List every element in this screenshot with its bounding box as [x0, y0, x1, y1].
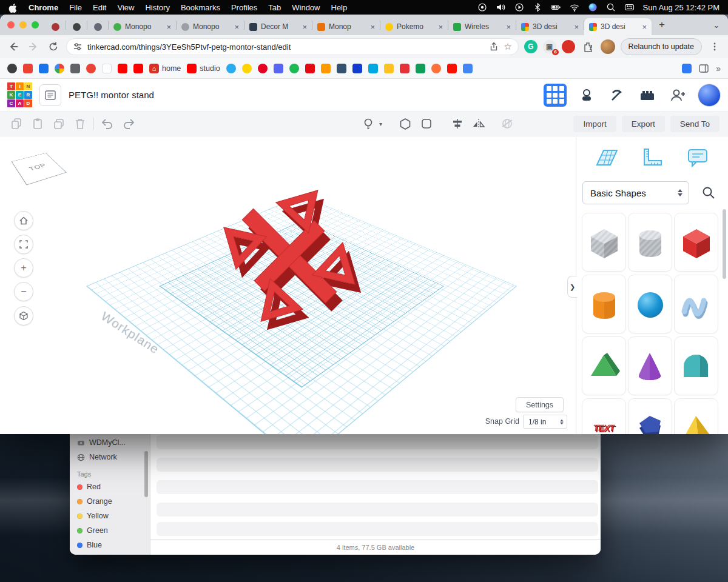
tab-search-menu-button[interactable]: ⌄	[710, 18, 723, 32]
prime-icon[interactable]	[368, 64, 378, 73]
tab-decor[interactable]: Decor M ×	[244, 18, 312, 35]
panel-scrollbar[interactable]	[723, 209, 726, 279]
shape-box-icon[interactable]	[674, 213, 718, 272]
finder-list-row[interactable]	[157, 458, 598, 472]
design-title[interactable]: PETG!! montor stand	[69, 90, 154, 100]
ebay-icon[interactable]	[400, 64, 410, 73]
close-tab-icon[interactable]: ×	[370, 22, 375, 32]
finder-sidebar-scrollbar[interactable]	[144, 451, 148, 497]
tab-pokemon[interactable]: Pokemo ×	[380, 18, 448, 35]
finder-tag-orange[interactable]: Orange	[70, 494, 150, 509]
lego-brick-icon[interactable]	[637, 85, 658, 105]
tab-monopoly-1[interactable]: Monopo ×	[109, 18, 176, 35]
send-to-button[interactable]: Send To	[670, 116, 720, 132]
home-view-button[interactable]	[14, 211, 33, 230]
perspective-toggle-button[interactable]	[14, 306, 33, 326]
walmart-icon[interactable]	[384, 64, 394, 73]
finder-list-row[interactable]	[157, 435, 598, 449]
amazon-icon[interactable]	[321, 64, 331, 73]
volume-icon[interactable]	[496, 2, 506, 12]
menu-help[interactable]: Help	[331, 3, 348, 12]
3d-editor-mode-button[interactable]	[544, 84, 567, 107]
close-tab-icon[interactable]: ×	[506, 22, 511, 32]
view-cube[interactable]: TOP	[12, 153, 67, 185]
pinned-tab-1[interactable]	[45, 18, 66, 35]
panel-collapse-chevron-icon[interactable]: ❯	[567, 276, 577, 298]
tinkercad-avatar[interactable]	[698, 84, 721, 107]
play-circle-icon[interactable]	[514, 2, 524, 12]
browser-profile-avatar[interactable]	[601, 39, 615, 54]
tab-monopoly-2[interactable]: Monopo ×	[177, 18, 244, 35]
menu-bar-clock[interactable]: Sun Aug 25 12:42 PM	[643, 3, 720, 12]
show-hide-bulb-icon[interactable]	[360, 116, 376, 132]
tab-3d-design-1[interactable]: 3D desi ×	[516, 18, 584, 35]
shape-scribble-icon[interactable]	[674, 275, 718, 333]
group-icon[interactable]	[397, 116, 413, 132]
shape-round-roof-icon[interactable]	[674, 336, 718, 395]
shape-pyramid-icon[interactable]	[674, 398, 718, 434]
search-icon[interactable]	[606, 2, 616, 12]
design-properties-button[interactable]	[39, 84, 61, 106]
disney-icon[interactable]	[352, 64, 362, 73]
add-collaborator-icon[interactable]	[667, 85, 688, 105]
menu-window[interactable]: Window	[292, 3, 320, 12]
gmail-icon[interactable]	[23, 64, 33, 73]
shape-sphere-icon[interactable]	[628, 275, 672, 333]
tab-monopoly-3[interactable]: Monop ×	[312, 18, 380, 35]
workplane-tool-icon[interactable]	[590, 141, 624, 174]
tab-3d-design-active[interactable]: 3D desi ×	[584, 18, 652, 35]
shape-hole-cylinder-icon[interactable]	[628, 213, 672, 272]
firefox-icon[interactable]	[431, 64, 441, 73]
photos-icon[interactable]	[55, 64, 64, 73]
finder-list-row[interactable]	[157, 503, 598, 517]
side-panel-icon[interactable]	[699, 64, 709, 73]
telegram-icon[interactable]	[226, 64, 236, 73]
redo-icon[interactable]	[121, 116, 136, 132]
sheets-icon[interactable]	[416, 64, 425, 73]
settings-button[interactable]: Settings	[516, 397, 564, 412]
shape-cylinder-icon[interactable]	[582, 275, 626, 333]
menu-edit[interactable]: Edit	[93, 3, 106, 12]
ungroup-icon[interactable]	[419, 116, 434, 132]
apple-menu-icon[interactable]	[8, 2, 18, 13]
minimize-window-button[interactable]	[19, 21, 27, 28]
youtube-icon[interactable]	[133, 64, 143, 73]
extensions-puzzle-icon[interactable]	[581, 39, 595, 54]
bookmark-home[interactable]: ⌂ home	[149, 64, 181, 73]
calendar-icon[interactable]	[102, 64, 112, 73]
zoom-out-button[interactable]: −	[14, 282, 33, 301]
duplicate-icon[interactable]	[51, 116, 67, 132]
finder-tag-green[interactable]: Green	[70, 523, 150, 538]
bookmark-favicon[interactable]	[7, 64, 17, 73]
menu-view[interactable]: View	[117, 3, 134, 12]
close-tab-icon[interactable]: ×	[642, 22, 647, 32]
undo-icon[interactable]	[99, 116, 115, 132]
screen-recording-icon[interactable]	[477, 2, 487, 12]
finder-tag-blue[interactable]: Blue	[70, 538, 150, 552]
finder-sidebar-item-network[interactable]: Network	[70, 450, 150, 464]
ruler-tool-icon[interactable]	[635, 141, 669, 174]
export-button[interactable]: Export	[622, 116, 665, 132]
minecraft-pickaxe-icon[interactable]	[607, 85, 627, 105]
fit-view-button[interactable]	[14, 235, 33, 254]
menu-profiles[interactable]: Profiles	[231, 3, 257, 12]
pinterest-icon[interactable]	[258, 64, 268, 73]
address-bar[interactable]: tinkercad.com/things/3YEeSh5Ptvf-petg-mo…	[66, 38, 519, 55]
discord-icon[interactable]	[274, 64, 283, 73]
pinned-tab-3[interactable]	[87, 18, 108, 35]
notes-tool-icon[interactable]	[681, 141, 715, 174]
wifi-icon[interactable]	[570, 3, 579, 12]
shape-search-button[interactable]	[695, 181, 722, 204]
bookmark-favicon[interactable]	[70, 64, 80, 73]
shape-polygon-icon[interactable]	[628, 398, 672, 434]
3d-model-red-shape[interactable]	[209, 171, 374, 348]
copy-icon[interactable]	[8, 116, 24, 132]
close-tab-icon[interactable]: ×	[438, 22, 443, 32]
control-center-icon[interactable]	[624, 2, 635, 12]
tinkercad-logo[interactable]: T I N K E R C A D	[7, 82, 32, 107]
new-tab-button[interactable]: +	[654, 17, 670, 33]
shape-cone-icon[interactable]	[628, 336, 672, 395]
close-window-button[interactable]	[7, 21, 15, 28]
3d-viewport[interactable]: Workplane TOP + − Settings Snap Grid 1/8…	[0, 136, 576, 434]
workplane-lock-icon[interactable]	[499, 116, 515, 132]
